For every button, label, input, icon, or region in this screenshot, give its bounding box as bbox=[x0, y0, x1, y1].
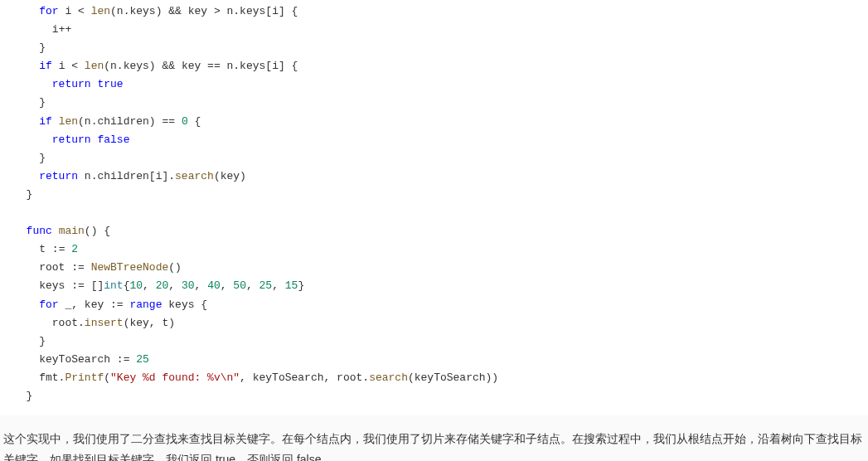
code-token-normal: n.keys[i] { bbox=[221, 5, 298, 17]
code-line: for i < len(n.keys) && key > n.keys[i] { bbox=[13, 2, 855, 21]
code-token-type: int bbox=[104, 279, 123, 292]
code-token-func-name: len bbox=[91, 5, 110, 17]
code-token-normal: ( bbox=[104, 371, 110, 384]
code-line: i++ bbox=[13, 21, 855, 39]
code-token-keyword: for bbox=[39, 5, 58, 17]
code-token-func-name: search bbox=[175, 170, 214, 182]
code-token-normal: () { bbox=[85, 225, 110, 237]
code-token-operator: == bbox=[162, 115, 175, 128]
code-token-number: 25 bbox=[136, 353, 149, 366]
code-line: if len(n.children) == 0 { bbox=[13, 113, 855, 131]
code-token-normal: (n.keys) bbox=[104, 60, 162, 72]
code-token-normal: } bbox=[27, 188, 33, 201]
code-token-normal: key bbox=[175, 60, 207, 72]
code-token-keyword: range bbox=[129, 298, 162, 311]
code-token-normal: root bbox=[39, 261, 71, 274]
code-line: keyToSearch := 25 bbox=[13, 351, 855, 369]
code-line: func main() { bbox=[13, 222, 855, 240]
code-token-normal: } bbox=[39, 152, 46, 164]
code-token-func-name: main bbox=[59, 225, 85, 237]
code-token-number: 10 bbox=[129, 279, 143, 292]
code-token-operator: < bbox=[78, 5, 85, 17]
code-token-normal bbox=[78, 60, 85, 72]
code-token-normal: keyToSearch bbox=[39, 353, 117, 366]
code-token-normal: } bbox=[39, 96, 46, 109]
code-token-func-name: len bbox=[85, 60, 104, 72]
code-token-normal: , bbox=[221, 279, 234, 292]
code-token-keyword: if bbox=[39, 115, 52, 128]
code-line: return true bbox=[13, 75, 855, 94]
code-token-normal: } bbox=[39, 41, 46, 54]
code-token-number: 30 bbox=[182, 279, 195, 292]
code-token-string: "Key %d found: %v\n" bbox=[110, 371, 240, 384]
code-token-normal bbox=[85, 5, 91, 17]
code-token-normal: keys { bbox=[162, 298, 207, 311]
code-token-operator: ++ bbox=[59, 23, 72, 36]
code-token-operator: := bbox=[52, 243, 65, 255]
code-token-number: 25 bbox=[259, 279, 273, 292]
code-line: for _, key := range keys { bbox=[13, 296, 855, 314]
code-token-normal: , keyToSearch, root. bbox=[240, 371, 369, 384]
code-line: if i < len(n.keys) && key == n.keys[i] { bbox=[13, 57, 855, 75]
code-line: keys := []int{10, 20, 30, 40, 50, 25, 15… bbox=[13, 277, 855, 295]
code-token-keyword: for bbox=[39, 298, 58, 311]
code-line: } bbox=[13, 94, 855, 112]
code-token-operator: == bbox=[207, 60, 221, 72]
code-token-normal: () bbox=[168, 261, 182, 274]
code-token-number: 0 bbox=[182, 115, 188, 128]
code-token-number: 2 bbox=[71, 243, 78, 255]
code-token-normal: , bbox=[195, 279, 208, 292]
code-token-normal: i bbox=[52, 60, 71, 72]
code-token-func-name: search bbox=[369, 371, 408, 384]
code-token-normal: , bbox=[246, 279, 259, 292]
code-token-normal: (keyToSearch)) bbox=[408, 371, 498, 384]
code-block: for i < len(n.keys) && key > n.keys[i] {… bbox=[0, 0, 868, 415]
code-token-normal bbox=[175, 115, 182, 128]
code-token-normal: (n.keys) bbox=[110, 5, 168, 17]
code-token-normal: } bbox=[39, 335, 46, 347]
code-token-normal: n.children[i]. bbox=[78, 170, 175, 182]
code-token-normal: { bbox=[188, 115, 201, 128]
code-token-normal: fmt. bbox=[39, 371, 65, 384]
code-token-number: 15 bbox=[285, 279, 298, 292]
code-token-normal: key bbox=[182, 5, 214, 17]
code-token-operator: && bbox=[162, 60, 175, 72]
code-token-func-name: insert bbox=[85, 317, 124, 329]
code-token-keyword: return bbox=[39, 170, 78, 182]
code-token-normal: , bbox=[168, 279, 182, 292]
explanation-paragraph: 这个实现中，我们使用了二分查找来查找目标关键字。在每个结点内，我们使用了切片来存… bbox=[0, 429, 868, 461]
code-token-normal: } bbox=[27, 390, 33, 402]
code-token-number: 40 bbox=[207, 279, 221, 292]
code-token-operator: > bbox=[214, 5, 221, 17]
code-token-operator: := bbox=[71, 279, 85, 292]
code-token-normal bbox=[85, 261, 91, 274]
code-token-func-name: len bbox=[59, 115, 78, 128]
code-token-normal: [] bbox=[85, 279, 104, 292]
code-container[interactable]: for i < len(n.keys) && key > n.keys[i] {… bbox=[13, 2, 855, 405]
code-token-normal: i bbox=[52, 23, 59, 36]
code-token-normal: keys bbox=[39, 279, 71, 292]
code-token-operator: && bbox=[168, 5, 182, 17]
code-token-normal: } bbox=[298, 279, 304, 292]
code-line: return n.children[i].search(key) bbox=[13, 167, 855, 186]
code-token-func-name: Printf bbox=[65, 371, 104, 384]
code-line: } bbox=[13, 39, 855, 57]
code-token-number: 50 bbox=[233, 279, 246, 292]
code-token-keyword: return bbox=[52, 133, 91, 146]
code-line: return false bbox=[13, 131, 855, 149]
code-token-normal bbox=[52, 115, 59, 128]
code-token-operator: := bbox=[71, 261, 85, 274]
code-token-normal: (n.children) bbox=[78, 115, 162, 128]
code-line: root := NewBTreeNode() bbox=[13, 259, 855, 277]
code-token-normal: i bbox=[59, 5, 78, 17]
code-line: t := 2 bbox=[13, 240, 855, 259]
code-token-keyword: false bbox=[97, 133, 129, 146]
code-token-number: 20 bbox=[156, 279, 169, 292]
code-token-keyword: if bbox=[39, 60, 52, 72]
code-token-normal: n.keys[i] { bbox=[221, 60, 298, 72]
code-token-normal: (key) bbox=[214, 170, 246, 182]
code-token-normal: , bbox=[272, 279, 285, 292]
code-token-normal: _, key bbox=[59, 298, 110, 311]
code-token-operator: < bbox=[71, 60, 78, 72]
code-token-normal: root. bbox=[52, 317, 85, 329]
